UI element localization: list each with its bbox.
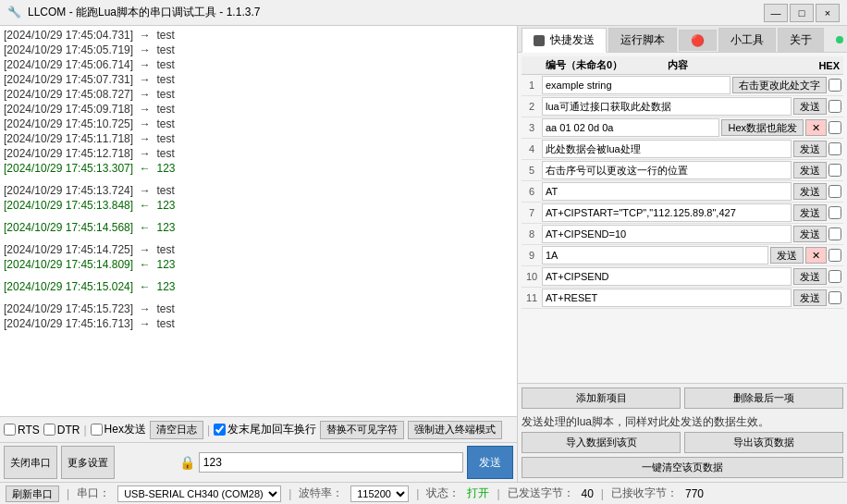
force-terminal-button[interactable]: 强制进入终端模式 [408,421,502,439]
sent-value: 40 [582,487,594,500]
log-line: [2024/10/29 17:45:15.723] → test [4,301,513,316]
log-line: [2024/10/29 17:45:04.731] → test [4,28,513,43]
row-content-input[interactable] [542,97,792,116]
left-toolbar: RTS DTR | Hex发送 清空日志 | 发末尾加回车换行 替换不可见字符 … [0,416,517,442]
send-button[interactable]: 发送 [467,446,513,479]
import-data-button[interactable]: 导入数据到该页 [522,432,681,453]
refresh-port-button[interactable]: 刷新串口 [6,486,59,502]
log-line: [2024/10/29 17:45:07.731] → test [4,72,513,87]
row-action-button[interactable]: 发送 [793,289,827,306]
tab-quick-send[interactable]: 快捷发送 [522,28,607,53]
row-content-input[interactable] [542,203,792,222]
import-export-row: 导入数据到该页 导出该页数据 [522,432,843,453]
header-hex-label: HEX [812,60,840,71]
row-number: 7 [523,207,540,218]
row-content-input[interactable] [542,118,719,137]
rts-checkbox[interactable]: RTS [4,424,40,436]
lua-note: 发送处理的lua脚本，同样对此处发送的数据生效。 [522,412,843,432]
export-data-button[interactable]: 导出该页数据 [684,432,843,453]
row-content-input[interactable] [542,161,792,179]
close-button[interactable]: × [816,4,840,22]
app-icon: 🔧 [7,6,22,20]
log-line: [2024/10/29 17:45:11.718] → test [4,131,513,146]
row-action-button[interactable]: 发送 [793,226,827,242]
received-label: 已接收字节： [611,486,678,501]
quick-send-row: 11发送 [522,288,843,309]
log-line [4,272,513,279]
send-crlf-checkbox[interactable]: 发末尾加回车换行 [214,422,316,437]
port-select[interactable]: USB-SERIAL CH340 (COM28) [117,486,281,502]
maximize-button[interactable]: □ [790,4,814,22]
log-line: [2024/10/29 17:45:06.714] → test [4,57,513,72]
left-panel: [2024/10/29 17:45:04.731] → test[2024/10… [0,26,518,482]
row-hex-checkbox[interactable] [829,121,841,134]
row-action-button[interactable]: 发送 [793,204,827,221]
baud-select[interactable]: 115200 [350,486,409,502]
row-content-input[interactable] [542,246,768,264]
quick-send-area: 编号（未命名0） 内容 HEX 1右击更改此处文字2发送3Hex数据也能发✕4发… [518,53,847,383]
tab-run-script[interactable]: 运行脚本 [608,28,677,52]
input-row: 关闭串口 更多设置 🔒 发送 [0,442,517,482]
replace-invisible-button[interactable]: 替换不可见字符 [320,421,404,439]
row-hex-checkbox[interactable] [829,206,841,219]
dtr-checkbox[interactable]: DTR [43,424,80,436]
row-action-button[interactable]: 发送 [793,268,827,285]
tab-danger[interactable]: 🔴 [679,30,717,51]
row-content-input[interactable] [542,267,792,286]
row-number: 1 [523,80,540,91]
received-value: 770 [685,487,704,500]
hex-send-checkbox[interactable]: Hex发送 [91,422,146,437]
status-bar: 刷新串口 | 串口： USB-SERIAL CH340 (COM28) | 波特… [0,482,847,504]
log-line: [2024/10/29 17:45:13.724] → test [4,183,513,198]
log-line: [2024/10/29 17:45:14.809] ← 123 [4,257,513,272]
right-bottom-controls: 添加新项目 删除最后一项 发送处理的lua脚本，同样对此处发送的数据生效。 导入… [518,383,847,482]
log-line [4,213,513,220]
row-delete-button[interactable]: ✕ [805,247,827,264]
row-number: 6 [523,186,540,197]
row-hex-checkbox[interactable] [829,79,841,92]
status-label: 状态： [426,486,460,501]
row-hex-checkbox[interactable] [829,227,841,240]
serial-input[interactable] [199,452,463,473]
row-hex-checkbox[interactable] [829,185,841,198]
clear-page-button[interactable]: 一键清空该页数据 [522,457,843,478]
row-hex-checkbox[interactable] [829,100,841,113]
main-content: [2024/10/29 17:45:04.731] → test[2024/10… [0,26,847,482]
row-hex-checkbox[interactable] [829,270,841,283]
tab-about[interactable]: 关于 [778,28,824,52]
clear-log-button[interactable]: 清空日志 [150,421,203,439]
log-line: [2024/10/29 17:45:10.725] → test [4,117,513,131]
right-panel: 快捷发送 运行脚本 🔴 小工具 关于 编号（未命名0） 内容 [518,26,847,482]
row-hex-checkbox[interactable] [829,291,841,304]
log-line: [2024/10/29 17:45:12.718] → test [4,146,513,161]
row-content-input[interactable] [542,76,730,94]
row-content-input[interactable] [542,225,792,243]
close-port-button[interactable]: 关闭串口 [4,446,57,479]
row-content-input[interactable] [542,182,792,201]
row-delete-button[interactable]: ✕ [805,119,827,136]
quick-send-row: 3Hex数据也能发✕ [522,117,843,139]
row-action-button[interactable]: 发送 [793,141,827,157]
log-line [4,235,513,242]
row-content-input[interactable] [542,289,792,307]
quick-send-row: 8发送 [522,224,843,245]
row-hex-checkbox[interactable] [829,249,841,262]
delete-last-item-button[interactable]: 删除最后一项 [684,387,843,409]
row-action-button[interactable]: 发送 [793,98,827,115]
more-settings-button[interactable]: 更多设置 [61,446,115,479]
row-content-input[interactable] [542,140,792,158]
row-action-button[interactable]: 右击更改此处文字 [732,77,827,93]
row-action-button[interactable]: 发送 [770,247,804,264]
log-line: [2024/10/29 17:45:08.727] → test [4,87,513,102]
row-hex-checkbox[interactable] [829,142,841,155]
add-new-item-button[interactable]: 添加新项目 [522,387,681,409]
row-action-button[interactable]: 发送 [793,183,827,200]
row-action-button[interactable]: 发送 [793,162,827,178]
header-num-label: 编号（未命名0） [546,58,666,72]
tab-bar: 快捷发送 运行脚本 🔴 小工具 关于 [518,26,847,53]
row-hex-checkbox[interactable] [829,164,841,177]
sent-label: 已发送字节： [508,486,574,501]
tab-tools[interactable]: 小工具 [718,28,776,52]
minimize-button[interactable]: — [764,4,788,22]
row-action-button[interactable]: Hex数据也能发 [721,119,804,136]
